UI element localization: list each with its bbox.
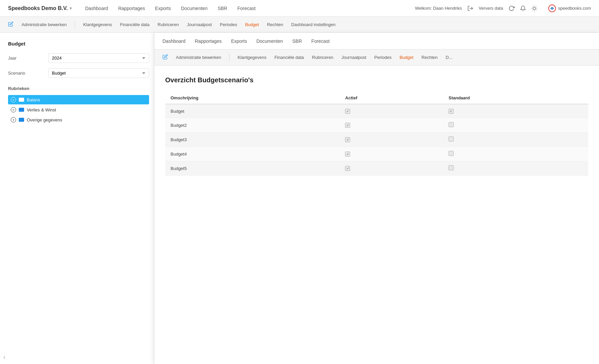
overlay-sec-nav-financiele-data[interactable]: Financiële data xyxy=(274,55,304,60)
overlay-sec-nav-rechten[interactable]: Rechten xyxy=(421,55,438,60)
refresh-button[interactable] xyxy=(509,5,515,11)
left-panel: Budget Jaar 2024 Scenario Budget Rubriek… xyxy=(0,33,157,364)
brand-title[interactable]: Speedbooks Demo B.V. ▾ xyxy=(8,5,72,11)
overlay-edit-icon[interactable] xyxy=(162,54,168,61)
checkbox-standaard-4[interactable] xyxy=(449,165,454,170)
row-actief[interactable] xyxy=(340,132,443,147)
overlay-top-navigation: Dashboard Rapportages Exports Documenten… xyxy=(154,33,599,50)
overlay-nav-forecast[interactable]: Forecast xyxy=(311,38,329,44)
nav-sbr[interactable]: SBR xyxy=(218,4,227,12)
table-row: Budget4 xyxy=(165,147,588,161)
nav-documenten[interactable]: Documenten xyxy=(181,4,207,12)
checkbox-standaard-3[interactable] xyxy=(449,151,454,156)
sec-nav-klantgegevens[interactable]: Klantgegevens xyxy=(83,22,112,27)
overlay-sec-nav-journaalpost[interactable]: Journaalpost xyxy=(341,55,366,60)
row-name: Budget4 xyxy=(165,147,340,161)
svg-line-5 xyxy=(536,10,536,10)
overlay-nav-exports[interactable]: Exports xyxy=(231,38,247,44)
brand-chevron: ▾ xyxy=(70,6,72,11)
row-name: Budget3 xyxy=(165,132,340,147)
svg-point-1 xyxy=(533,7,536,10)
table-row: Budget xyxy=(165,104,588,118)
overlay-nav-rapportages[interactable]: Rapportages xyxy=(195,38,222,44)
row-standaard[interactable] xyxy=(443,118,588,132)
table-header-row: Omschrijving Actief Standaard xyxy=(165,92,588,104)
edit-icon[interactable] xyxy=(8,21,13,28)
overlay-nav-documenten[interactable]: Documenten xyxy=(256,38,283,44)
budget-content: Overzicht Budgetscenario's Omschrijving … xyxy=(154,66,599,364)
checkbox-actief-1[interactable] xyxy=(345,123,350,128)
overlay-nav-sbr[interactable]: SBR xyxy=(292,38,302,44)
checkbox-actief-3[interactable] xyxy=(345,152,350,157)
right-panel: Dashboard Rapportages Exports Documenten… xyxy=(154,33,599,364)
budget-heading: Budget xyxy=(8,41,149,47)
row-name: Budget5 xyxy=(165,161,340,176)
nav-exports[interactable]: Exports xyxy=(155,4,171,12)
scenario-select[interactable]: Budget xyxy=(48,68,149,78)
sec-nav-dashboard-instellingen[interactable]: Dashboard instellingen xyxy=(291,22,335,27)
overlay-sec-nav-periodes[interactable]: Periodes xyxy=(374,55,391,60)
top-nav-links: Dashboard Rapportages Exports Documenten… xyxy=(85,4,415,12)
jaar-select[interactable]: 2024 xyxy=(48,53,149,63)
tree-item-balans[interactable]: + Balans xyxy=(8,95,149,104)
sec-nav-journaalpost[interactable]: Journaalpost xyxy=(187,22,212,27)
overlay-sec-nav-rubriceren[interactable]: Rubriceren xyxy=(312,55,333,60)
sec-nav-rubriceren[interactable]: Rubriceren xyxy=(157,22,179,27)
sec-nav-budget[interactable]: Budget xyxy=(245,22,259,27)
row-standaard[interactable] xyxy=(443,161,588,176)
table-row: Budget3 xyxy=(165,132,588,147)
row-actief[interactable] xyxy=(340,147,443,161)
scenario-row: Scenario Budget xyxy=(8,68,149,78)
tree-label-verlies: Verlies & Winst xyxy=(27,107,56,112)
sec-nav-edit-label[interactable]: Administratie bewerken xyxy=(21,22,67,27)
col-header-standaard: Standaard xyxy=(443,92,588,104)
top-navigation: Speedbooks Demo B.V. ▾ Dashboard Rapport… xyxy=(0,0,599,17)
row-name: Budget xyxy=(165,104,340,118)
checkbox-standaard-1[interactable] xyxy=(449,122,454,127)
overlay-sec-nav-budget[interactable]: Budget xyxy=(400,55,413,60)
theme-toggle-button[interactable] xyxy=(531,5,537,11)
tree-item-verlies-winst[interactable]: + Verlies & Winst xyxy=(8,105,149,114)
checkbox-standaard-0[interactable] xyxy=(449,109,454,114)
table-row: Budget5 xyxy=(165,161,588,176)
rubrieken-section: Rubrieken + Balans + Verlies & Winst + O… xyxy=(8,86,149,124)
speedbooks-logo: speedbooks.com xyxy=(548,4,591,12)
row-standaard[interactable] xyxy=(443,104,588,118)
overlay-secondary-navigation: Administratie bewerken Klantgegevens Fin… xyxy=(154,50,599,66)
expand-icon-balans: + xyxy=(11,97,16,102)
nav-dashboard[interactable]: Dashboard xyxy=(85,4,108,12)
row-standaard[interactable] xyxy=(443,147,588,161)
expand-icon-overige: + xyxy=(11,117,16,122)
row-actief[interactable] xyxy=(340,161,443,176)
checkbox-actief-2[interactable] xyxy=(345,137,350,142)
folder-icon-balans xyxy=(19,98,24,102)
ververs-label: Ververs data xyxy=(479,6,503,11)
overlay-nav-dashboard[interactable]: Dashboard xyxy=(162,38,186,44)
sec-nav-rechten[interactable]: Rechten xyxy=(267,22,283,27)
tree-label-balans: Balans xyxy=(27,97,40,102)
row-actief[interactable] xyxy=(340,118,443,132)
folder-icon-verlies xyxy=(19,108,24,112)
checkbox-standaard-2[interactable] xyxy=(449,136,454,142)
main-content: Budget Jaar 2024 Scenario Budget Rubriek… xyxy=(0,33,599,364)
row-standaard[interactable] xyxy=(443,132,588,147)
overlay-sec-nav-klantgegevens[interactable]: Klantgegevens xyxy=(238,55,266,60)
scroll-hint-icon: ‹ xyxy=(3,354,5,361)
overlay-sec-nav-edit-label[interactable]: Administratie bewerken xyxy=(176,55,221,60)
sec-nav-periodes[interactable]: Periodes xyxy=(220,22,237,27)
nav-forecast[interactable]: Forecast xyxy=(237,4,255,12)
notification-button[interactable] xyxy=(520,5,526,11)
checkbox-actief-4[interactable] xyxy=(345,166,350,171)
nav-rapportages[interactable]: Rapportages xyxy=(118,4,145,12)
logout-button[interactable] xyxy=(467,5,473,11)
folder-icon-overige xyxy=(19,118,24,122)
overlay-sec-nav-d[interactable]: D... xyxy=(446,55,452,60)
budget-table: Omschrijving Actief Standaard Budget xyxy=(165,92,588,176)
checkbox-actief-0[interactable] xyxy=(345,109,350,114)
sec-nav-financiele-data[interactable]: Financiële data xyxy=(120,22,149,27)
col-header-omschrijving: Omschrijving xyxy=(165,92,340,104)
row-actief[interactable] xyxy=(340,104,443,118)
tree-item-overige[interactable]: + Overige gegevens xyxy=(8,115,149,124)
top-nav-right: Welkom: Daan Hendriks Ververs data xyxy=(415,4,591,12)
secondary-navigation: Administratie bewerken Klantgegevens Fin… xyxy=(0,17,599,33)
